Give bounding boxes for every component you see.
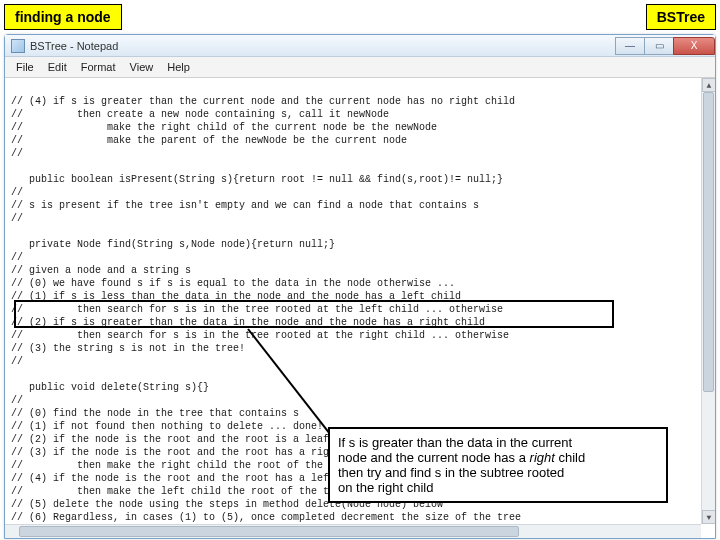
callout-text: node and the current node has a bbox=[338, 450, 530, 465]
callout-emph: right bbox=[530, 450, 555, 465]
menubar: File Edit Format View Help bbox=[5, 57, 715, 78]
code-line: // bbox=[11, 356, 23, 367]
code-line: // given a node and a string s bbox=[11, 265, 191, 276]
menu-file[interactable]: File bbox=[9, 59, 41, 75]
scrollbar-horizontal[interactable]: ◀ ▶ bbox=[5, 524, 701, 538]
code-line: // then create a new node containing s, … bbox=[11, 109, 389, 120]
menu-format[interactable]: Format bbox=[74, 59, 123, 75]
menu-help[interactable]: Help bbox=[160, 59, 197, 75]
scroll-down-icon[interactable]: ▼ bbox=[702, 510, 715, 524]
callout-text: child bbox=[555, 450, 585, 465]
code-line: // bbox=[11, 395, 23, 406]
code-line: public void delete(String s){} bbox=[11, 382, 209, 393]
code-line: // (1) if s is less than the data in the… bbox=[11, 291, 461, 302]
scroll-up-icon[interactable]: ▲ bbox=[702, 78, 715, 92]
callout-text: then try and find s in the subtree roote… bbox=[338, 465, 564, 480]
code-line: // (1) if not found then nothing to dele… bbox=[11, 421, 323, 432]
menu-view[interactable]: View bbox=[123, 59, 161, 75]
code-line: // then search for s is in the tree root… bbox=[11, 330, 509, 341]
slide-header: finding a node BSTree bbox=[0, 0, 720, 32]
code-line: // (4) if s is greater than the current … bbox=[11, 96, 515, 107]
code-line: // (0) find the node in the tree that co… bbox=[11, 408, 299, 419]
minimize-button[interactable]: — bbox=[615, 37, 645, 55]
scrollbar-thumb-v[interactable] bbox=[703, 92, 714, 392]
code-line: // (6) Regardless, in cases (1) to (5), … bbox=[11, 512, 521, 523]
code-line: // bbox=[11, 187, 23, 198]
window-title: BSTree - Notepad bbox=[30, 40, 118, 52]
callout-text: on the right child bbox=[338, 480, 433, 495]
close-button[interactable]: X bbox=[673, 37, 715, 55]
annotation-callout: If s is greater than the data in the cur… bbox=[328, 427, 668, 503]
code-line: private Node find(String s,Node node){re… bbox=[11, 239, 335, 250]
code-line: // bbox=[11, 148, 23, 159]
scrollbar-thumb-h[interactable] bbox=[19, 526, 519, 537]
code-line: // bbox=[11, 213, 23, 224]
menu-edit[interactable]: Edit bbox=[41, 59, 74, 75]
code-line: // (3) the string s is not in the tree! bbox=[11, 343, 245, 354]
code-line: // (0) we have found s if s is equal to … bbox=[11, 278, 455, 289]
notepad-icon bbox=[11, 39, 25, 53]
code-line: // make the parent of the newNode be the… bbox=[11, 135, 407, 146]
code-line: // s is present if the tree isn't empty … bbox=[11, 200, 479, 211]
code-line: // (2) if s is greater than the data in … bbox=[11, 317, 485, 328]
window-controls: — ▭ X bbox=[616, 37, 715, 55]
scrollbar-vertical[interactable]: ▲ ▼ bbox=[701, 78, 715, 524]
callout-text: If s is greater than the data in the cur… bbox=[338, 435, 572, 450]
code-line: // then search for s is in the tree root… bbox=[11, 304, 503, 315]
maximize-button[interactable]: ▭ bbox=[644, 37, 674, 55]
code-line: // bbox=[11, 252, 23, 263]
code-line: public boolean isPresent(String s){retur… bbox=[11, 174, 503, 185]
header-right-tag: BSTree bbox=[646, 4, 716, 30]
code-line: // make the right child of the current n… bbox=[11, 122, 437, 133]
titlebar[interactable]: BSTree - Notepad — ▭ X bbox=[5, 35, 715, 57]
header-left-tag: finding a node bbox=[4, 4, 122, 30]
